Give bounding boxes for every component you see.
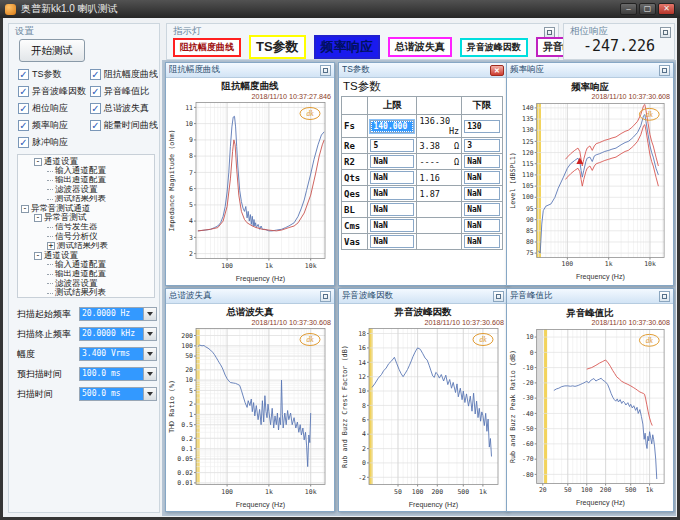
close-button[interactable]: ✕ xyxy=(658,3,675,15)
field-value[interactable]: 100.0 ms xyxy=(80,368,143,380)
field-combo[interactable]: 3.400 Vrms xyxy=(79,347,157,361)
frequency-response-titlebar[interactable]: 频率响应 xyxy=(507,63,673,78)
svg-text:6: 6 xyxy=(362,416,366,424)
tree-toggle-icon[interactable]: - xyxy=(34,214,42,222)
tree-toggle-icon[interactable]: - xyxy=(34,158,42,166)
tree-node-6[interactable]: -异常音测试 xyxy=(18,213,154,222)
field-combo[interactable]: 100.0 ms xyxy=(79,367,157,381)
ts-upper-input[interactable]: NaN xyxy=(370,155,414,168)
crest-factor-titlebar[interactable]: 异音波峰因数 xyxy=(339,289,507,304)
checkbox-box[interactable]: ✓ xyxy=(18,120,29,131)
ts-upper-input[interactable]: NaN xyxy=(370,219,414,232)
tree-node-label: 异常音测试 xyxy=(44,213,87,222)
tree-toggle-icon[interactable]: - xyxy=(21,205,29,213)
checkbox-box[interactable]: ✓ xyxy=(90,103,101,114)
start-test-button[interactable]: 开始测试 xyxy=(19,39,85,62)
close-icon[interactable]: ✕ xyxy=(490,65,504,76)
field-value[interactable]: 20.0000 Hz xyxy=(80,308,143,320)
checkbox-box[interactable]: ✓ xyxy=(18,86,29,97)
checkbox-item-1[interactable]: ✓阻抗幅度曲线 xyxy=(90,68,158,81)
indicator-light-3[interactable]: 总谐波失真 xyxy=(388,37,452,57)
checkbox-item-3[interactable]: ✓异音峰值比 xyxy=(90,85,158,98)
maximize-button[interactable]: ▢ xyxy=(639,3,656,15)
ts-lower-input[interactable]: NaN xyxy=(464,187,500,200)
field-value[interactable]: 500.0 ms xyxy=(80,388,143,400)
checkbox-box[interactable]: ✓ xyxy=(90,120,101,131)
tree-node-14[interactable]: 测试结果列表 xyxy=(18,288,154,297)
ts-upper-input[interactable]: NaN xyxy=(370,203,414,216)
checkbox-item-6[interactable]: ✓频率响应 xyxy=(18,119,90,132)
checkbox-item-5[interactable]: ✓总谐波失真 xyxy=(90,102,158,115)
peak-ratio-titlebar[interactable]: 异音峰值比 xyxy=(507,289,673,304)
tree-toggle-icon[interactable]: + xyxy=(47,242,55,250)
checkbox-item-2[interactable]: ✓异音波峰因数 xyxy=(18,85,90,98)
ts-upper-input[interactable]: NaN xyxy=(370,187,414,200)
thd-window-titlebar[interactable]: 总谐波失真 xyxy=(166,289,334,304)
ts-lower-input[interactable]: 130 xyxy=(464,120,500,133)
ts-lower-input[interactable]: NaN xyxy=(464,235,500,248)
tree-node-11[interactable]: 输入通道配置 xyxy=(18,260,154,269)
field-combo[interactable]: 500.0 ms xyxy=(79,387,157,401)
tree-node-5[interactable]: -异常音测试通道 xyxy=(18,204,154,213)
panel-restore-icon[interactable] xyxy=(493,291,504,302)
checkbox-item-7[interactable]: ✓能量时间曲线 xyxy=(90,119,158,132)
chevron-down-icon[interactable] xyxy=(143,328,156,340)
svg-text:0.05: 0.05 xyxy=(177,455,193,463)
svg-text:135: 135 xyxy=(522,115,534,123)
panel-restore-icon[interactable] xyxy=(320,65,331,76)
checkbox-item-4[interactable]: ✓相位响应 xyxy=(18,102,90,115)
tree-node-3[interactable]: 滤波器设置 xyxy=(18,185,154,194)
tree-node-10[interactable]: -通道设置 xyxy=(18,251,154,260)
tree-node-0[interactable]: -通道设置 xyxy=(18,157,154,166)
svg-text:2018/11/10 10:37:30.608: 2018/11/10 10:37:30.608 xyxy=(252,318,331,327)
svg-text:-70: -70 xyxy=(522,455,534,463)
tree-node-13[interactable]: 滤波器设置 xyxy=(18,279,154,288)
checkbox-box[interactable]: ✓ xyxy=(18,103,29,114)
chevron-down-icon[interactable] xyxy=(143,308,156,320)
indicator-light-0[interactable]: 阻抗幅度曲线 xyxy=(173,38,241,57)
checkbox-item-0[interactable]: ✓TS参数 xyxy=(18,68,90,81)
indicator-light-4[interactable]: 异音波峰因数 xyxy=(460,38,528,57)
checkbox-box[interactable]: ✓ xyxy=(90,86,101,97)
svg-text:500: 500 xyxy=(625,486,637,494)
indicator-light-2[interactable]: 频率响应 xyxy=(314,35,380,59)
checkbox-box[interactable]: ✓ xyxy=(18,69,29,80)
ts-lower-input[interactable]: NaN xyxy=(464,171,500,184)
ts-upper-input[interactable]: NaN xyxy=(370,235,414,248)
ts-lower-input[interactable]: NaN xyxy=(464,155,500,168)
tree-node-7[interactable]: 信号发生器 xyxy=(18,223,154,232)
ts-upper-input[interactable]: NaN xyxy=(370,171,414,184)
impedance-window-titlebar[interactable]: 阻抗幅度曲线 xyxy=(166,63,334,78)
ts-lower-input[interactable]: 3 xyxy=(464,139,500,152)
ts-upper-input[interactable]: 5 xyxy=(370,139,414,152)
chevron-down-icon[interactable] xyxy=(143,368,156,380)
panel-restore-icon[interactable] xyxy=(659,291,670,302)
panel-restore-icon[interactable] xyxy=(659,65,670,76)
indicator-light-1[interactable]: TS参数 xyxy=(249,35,306,59)
minimize-button[interactable]: – xyxy=(620,3,637,15)
ts-upper-cell: NaN xyxy=(368,234,417,250)
field-combo[interactable]: 20.0000 kHz xyxy=(79,327,157,341)
field-value[interactable]: 3.400 Vrms xyxy=(80,348,143,360)
ts-upper-input[interactable]: 140.000 xyxy=(370,120,414,133)
ts-lower-input[interactable]: NaN xyxy=(464,219,500,232)
checkbox-item-8[interactable]: ✓脉冲响应 xyxy=(18,136,90,149)
svg-text:阻抗幅度曲线: 阻抗幅度曲线 xyxy=(222,80,280,91)
checkbox-box[interactable]: ✓ xyxy=(90,69,101,80)
tree-node-4[interactable]: 测试结果列表 xyxy=(18,195,154,204)
panel-restore-icon[interactable] xyxy=(320,291,331,302)
field-combo[interactable]: 20.0000 Hz xyxy=(79,307,157,321)
tree-toggle-icon[interactable]: - xyxy=(34,252,42,260)
tree-node-12[interactable]: 输出通道配置 xyxy=(18,270,154,279)
ts-lower-input[interactable]: NaN xyxy=(464,203,500,216)
ts-window-titlebar[interactable]: TS参数 ✕ xyxy=(339,63,507,78)
tree-node-8[interactable]: 信号分析仪 xyxy=(18,232,154,241)
chevron-down-icon[interactable] xyxy=(143,348,156,360)
chevron-down-icon[interactable] xyxy=(143,388,156,400)
window-titlebar[interactable]: 奥普新kk1.0 喇叭测试 – ▢ ✕ xyxy=(0,0,680,18)
tree-node-1[interactable]: 输入通道配置 xyxy=(18,166,154,175)
tree-node-9[interactable]: +测试结果列表 xyxy=(18,242,154,251)
field-value[interactable]: 20.0000 kHz xyxy=(80,328,143,340)
checkbox-box[interactable]: ✓ xyxy=(18,137,29,148)
tree-node-2[interactable]: 输出通道配置 xyxy=(18,176,154,185)
